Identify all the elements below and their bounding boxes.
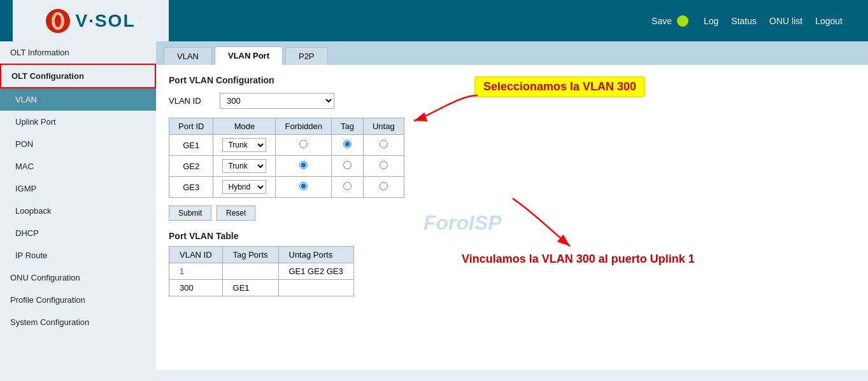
forbidden-ge2[interactable] (276, 156, 332, 177)
header-right: Save Log Status ONU list Logout (169, 15, 855, 27)
sidebar: OLT Information OLT Configuration VLAN U… (0, 41, 156, 381)
sidebar-item-system-configuration[interactable]: System Configuration (0, 311, 156, 333)
form-buttons: Submit Reset (169, 205, 855, 221)
table-row: 1 GE1 GE2 GE3 (169, 263, 354, 280)
header-save-area: Save (651, 15, 688, 27)
col-mode: Mode (213, 118, 276, 135)
main-layout: OLT Information OLT Configuration VLAN U… (0, 41, 868, 381)
sidebar-item-onu-configuration[interactable]: ONU Configuration (0, 267, 156, 289)
vlan-table-col-tag-ports: Tag Ports (222, 247, 278, 263)
port-id-ge1: GE1 (169, 135, 213, 156)
untag-ge3[interactable] (363, 177, 404, 198)
col-untag: Untag (363, 118, 404, 135)
col-tag: Tag (332, 118, 364, 135)
sidebar-item-pon[interactable]: PON (0, 133, 156, 155)
header: V·SOL Save Log Status ONU list Logout (0, 0, 868, 41)
sidebar-item-uplink-port[interactable]: Uplink Port (0, 111, 156, 133)
tag-radio-ge3[interactable] (343, 182, 352, 190)
vlan-row-1-untag: GE1 GE2 GE3 (278, 263, 353, 280)
tag-ge3[interactable] (332, 177, 364, 198)
vlan-row-300-untag (278, 280, 353, 296)
sidebar-item-profile-configuration[interactable]: Profile Configuration (0, 289, 156, 311)
mode-select-ge3[interactable]: Trunk Access Hybrid (222, 180, 266, 194)
status-indicator (677, 15, 688, 27)
forbidden-radio-ge1[interactable] (299, 140, 308, 148)
col-forbidden: Forbidden (276, 118, 332, 135)
vlan-row-1-tag (222, 263, 278, 280)
sidebar-item-loopback[interactable]: Loopback (0, 200, 156, 222)
forbidden-radio-ge3[interactable] (299, 182, 308, 190)
port-vlan-table-title: Port VLAN Table (169, 231, 855, 241)
content-area: VLAN VLAN Port P2P Seleccionamos la VLAN… (156, 41, 868, 381)
vlan-table-col-untag-ports: Untag Ports (278, 247, 353, 263)
sidebar-item-olt-configuration[interactable]: OLT Configuration (0, 64, 156, 88)
port-id-ge2: GE2 (169, 156, 213, 177)
port-config-table: Port ID Mode Forbidden Tag Untag GE1 Tru… (169, 118, 404, 198)
content-body: Seleccionamos la VLAN 300 Port VLAN Conf… (156, 65, 868, 370)
tag-radio-ge1[interactable] (343, 140, 352, 148)
table-row: 300 GE1 (169, 280, 354, 296)
svg-point-2 (55, 15, 61, 27)
vlan-row-300-id: 300 (169, 280, 223, 296)
reset-button[interactable]: Reset (217, 205, 255, 221)
tag-radio-ge2[interactable] (343, 161, 352, 169)
forbidden-radio-ge2[interactable] (299, 161, 308, 169)
logo-text: V·SOL (75, 11, 135, 31)
vlan-table-col-vlan-id: VLAN ID (169, 247, 223, 263)
sidebar-item-igmp[interactable]: IGMP (0, 177, 156, 200)
sidebar-item-mac[interactable]: MAC (0, 155, 156, 177)
log-link[interactable]: Log (704, 16, 718, 26)
tab-vlan[interactable]: VLAN (164, 47, 212, 65)
vlan-id-select[interactable]: 300 1 (220, 93, 334, 109)
tag-ge1[interactable] (332, 135, 364, 156)
annotation-vinculamos: Vinculamos la VLAN 300 al puerto Uplink … (462, 253, 695, 266)
save-label[interactable]: Save (651, 16, 672, 26)
sidebar-item-vlan[interactable]: VLAN (0, 88, 156, 111)
tab-vlan-port[interactable]: VLAN Port (215, 46, 283, 65)
sidebar-item-olt-information[interactable]: OLT Information (0, 41, 156, 64)
untag-ge1[interactable] (363, 135, 404, 156)
vlan-row-1-id: 1 (169, 263, 223, 280)
untag-radio-ge1[interactable] (380, 140, 388, 148)
table-row: GE1 Trunk Access Hybrid (169, 135, 404, 156)
port-id-ge3: GE3 (169, 177, 213, 198)
annotation-arrow-2 (500, 192, 576, 256)
port-vlan-table: VLAN ID Tag Ports Untag Ports 1 GE1 GE2 … (169, 246, 354, 296)
untag-radio-ge2[interactable] (380, 161, 388, 169)
mode-select-ge1[interactable]: Trunk Access Hybrid (222, 138, 266, 152)
vlan-id-row: VLAN ID 300 1 (169, 93, 855, 109)
port-vlan-config-title: Port VLAN Configuration (169, 75, 855, 85)
status-link[interactable]: Status (731, 16, 757, 26)
forbidden-ge3[interactable] (276, 177, 332, 198)
table-row: GE3 Trunk Access Hybrid (169, 177, 404, 198)
sidebar-item-ip-route[interactable]: IP Route (0, 244, 156, 267)
table-row: GE2 Trunk Access Hybrid (169, 156, 404, 177)
untag-ge2[interactable] (363, 156, 404, 177)
mode-select-ge2[interactable]: Trunk Access Hybrid (222, 159, 266, 173)
vlan-id-label: VLAN ID (169, 96, 213, 106)
onu-list-link[interactable]: ONU list (769, 16, 802, 26)
mode-ge1[interactable]: Trunk Access Hybrid (213, 135, 276, 156)
tab-bar: VLAN VLAN Port P2P (156, 41, 868, 65)
untag-radio-ge3[interactable] (380, 182, 388, 190)
logo-area: V·SOL (13, 0, 169, 41)
vlan-row-300-tag: GE1 (222, 280, 278, 296)
logout-link[interactable]: Logout (815, 16, 843, 26)
mode-ge3[interactable]: Trunk Access Hybrid (213, 177, 276, 198)
header-nav: Log Status ONU list Logout (704, 16, 843, 26)
tag-ge2[interactable] (332, 156, 364, 177)
submit-button[interactable]: Submit (169, 205, 211, 221)
tab-p2p[interactable]: P2P (285, 47, 328, 65)
forbidden-ge1[interactable] (276, 135, 332, 156)
sidebar-item-dhcp[interactable]: DHCP (0, 222, 156, 244)
mode-ge2[interactable]: Trunk Access Hybrid (213, 156, 276, 177)
col-port-id: Port ID (169, 118, 213, 135)
vsol-logo-icon (46, 9, 70, 33)
